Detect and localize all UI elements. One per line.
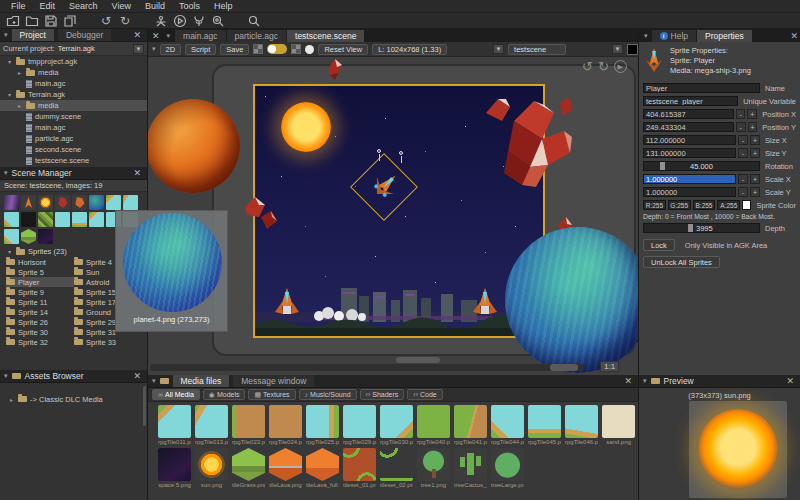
position-x-input[interactable]: 404.615387 xyxy=(643,109,734,119)
media-item[interactable]: rpgTile030.png xyxy=(380,405,413,445)
media-item[interactable]: rpgTile045.png xyxy=(528,405,561,445)
media-item[interactable]: rpgTile011.png xyxy=(158,405,191,445)
scene-image-thumb[interactable] xyxy=(4,195,19,210)
new-project-icon[interactable] xyxy=(6,14,20,28)
panel-menu-icon[interactable]: ▾ xyxy=(641,32,651,40)
chevron-down-icon[interactable]: ▼ xyxy=(493,44,504,54)
media-item[interactable]: rpgTile023.png xyxy=(232,405,265,445)
sprite-item[interactable]: Sprite 14 xyxy=(6,307,74,317)
tab-main-agc[interactable]: main.agc xyxy=(175,30,226,42)
media-item[interactable]: space 5.png xyxy=(158,448,191,488)
sprite-item[interactable]: Horisont xyxy=(6,257,74,267)
media-thumb[interactable] xyxy=(158,405,191,438)
media-item[interactable]: rpgTile013.png xyxy=(195,405,228,445)
filter-music-sound[interactable]: ♪Music/Sound xyxy=(299,389,357,400)
increment-button[interactable]: + xyxy=(750,135,760,145)
tab-properties[interactable]: Properties xyxy=(697,30,752,42)
scrollbar-thumb[interactable] xyxy=(550,364,578,371)
close-icon[interactable]: ✕ xyxy=(152,31,162,41)
grid-icon[interactable] xyxy=(253,44,263,54)
view-redo-icon[interactable]: ↻ xyxy=(598,59,609,74)
panel-menu-icon[interactable]: ▾ xyxy=(643,377,647,385)
background-color-swatch[interactable] xyxy=(627,44,638,55)
menu-view[interactable]: View xyxy=(105,1,138,11)
scene-image-thumb[interactable] xyxy=(4,229,19,244)
scene-image-thumb[interactable] xyxy=(38,212,53,227)
media-item[interactable]: rpgTile029.png xyxy=(343,405,376,445)
unlock-all-sprites-button[interactable]: UnLock All Sprites xyxy=(643,256,720,268)
sprite-color-swatch[interactable] xyxy=(742,200,751,210)
guide-dot-icon[interactable] xyxy=(305,45,314,54)
menu-build[interactable]: Build xyxy=(138,1,172,11)
scene-image-thumb[interactable] xyxy=(123,195,138,210)
scene-image-thumb[interactable] xyxy=(21,229,36,244)
filter-shaders[interactable]: ‹›Shaders xyxy=(360,389,405,400)
resolution-select[interactable]: L: 1024x768 (1.33) xyxy=(372,44,447,55)
panel-menu-icon[interactable]: ▾ xyxy=(4,169,8,177)
media-item[interactable]: tileGrass.png xyxy=(232,448,265,488)
tree-item[interactable]: ▾Terrain.agk xyxy=(0,89,147,100)
filter-code[interactable]: ‹›Code xyxy=(407,389,442,400)
broadcast-icon[interactable] xyxy=(154,14,168,28)
filter-all-media[interactable]: ∞All Media xyxy=(152,389,200,400)
only-visible-label[interactable]: Only Visible in AGK Area xyxy=(685,241,767,250)
media-item[interactable]: rpgTile041.png xyxy=(454,405,487,445)
media-thumb[interactable] xyxy=(269,448,302,481)
view-undo-icon[interactable]: ↺ xyxy=(582,59,593,74)
scene-image-thumb[interactable] xyxy=(72,195,87,210)
close-icon[interactable]: ✕ xyxy=(133,30,143,40)
panel-menu-icon[interactable]: ▾ xyxy=(4,372,8,380)
scene-image-thumb[interactable] xyxy=(4,212,19,227)
expand-icon[interactable]: ▸ xyxy=(8,396,15,403)
debug-icon[interactable] xyxy=(192,14,206,28)
media-thumb[interactable] xyxy=(269,405,302,438)
media-thumb[interactable] xyxy=(491,405,524,438)
asteroid-crystal-right[interactable] xyxy=(478,91,573,196)
rotate-handle[interactable] xyxy=(377,149,381,153)
panel-menu-icon[interactable]: ▾ xyxy=(163,32,175,40)
slider-knob[interactable] xyxy=(688,224,693,232)
tree-item[interactable]: particle.agc xyxy=(0,133,147,144)
scene-image-thumb[interactable] xyxy=(38,229,53,244)
save-icon[interactable] xyxy=(44,14,58,28)
menu-edit[interactable]: Edit xyxy=(33,1,63,11)
assets-item[interactable]: ▸ -> Classic DLC Media xyxy=(0,393,147,405)
orange-planet-sprite[interactable] xyxy=(148,99,240,193)
media-item[interactable]: rpgTile044.png xyxy=(491,405,524,445)
sprite-item[interactable]: Sprite 11 xyxy=(6,297,74,307)
media-thumb[interactable] xyxy=(417,448,450,481)
media-thumb[interactable] xyxy=(491,448,524,481)
media-thumb[interactable] xyxy=(565,405,598,438)
asteroid-cluster-left[interactable] xyxy=(241,193,279,231)
close-icon[interactable]: ✕ xyxy=(790,31,800,41)
tab-particle-agc[interactable]: particle.agc xyxy=(227,30,286,42)
panel-menu-icon[interactable]: ▾ xyxy=(152,45,156,53)
play-scene-icon[interactable]: ▶ xyxy=(614,60,627,73)
media-item[interactable]: rpgTile025.png xyxy=(306,405,339,445)
tree-item[interactable]: ▾tmpproject.agk xyxy=(0,56,147,67)
close-icon[interactable]: ✕ xyxy=(133,371,143,381)
scene-select[interactable]: testscene xyxy=(508,44,566,55)
tab-testscene-scene[interactable]: testscene.scene xyxy=(287,30,364,42)
scrollbar[interactable] xyxy=(143,386,146,426)
canvas-horizontal-scrollbar[interactable] xyxy=(150,364,584,371)
save-all-icon[interactable] xyxy=(63,14,77,28)
scene-image-thumb[interactable] xyxy=(21,195,36,210)
sprite-item[interactable]: Sprite 30 xyxy=(6,327,74,337)
filter-textures[interactable]: ▦Textures xyxy=(248,389,295,400)
increment-button[interactable]: + xyxy=(750,174,760,184)
rotate-handle[interactable] xyxy=(399,151,403,155)
unique-variable-input[interactable]: testscene_player xyxy=(643,96,738,106)
menu-search[interactable]: Search xyxy=(62,1,105,11)
tree-item[interactable]: main.agc xyxy=(0,122,147,133)
media-thumb[interactable] xyxy=(343,448,376,481)
tree-item-selected[interactable]: ▸media xyxy=(0,100,147,111)
size-y-input[interactable]: 131.000000 xyxy=(643,148,736,158)
media-thumb[interactable] xyxy=(454,448,487,481)
current-project-value[interactable]: Terrain.agk xyxy=(58,44,95,53)
run-icon[interactable] xyxy=(173,14,187,28)
media-item[interactable]: rpgTile046.png xyxy=(565,405,598,445)
scale-y-input[interactable]: 1.000000 xyxy=(643,187,736,197)
expand-icon[interactable]: ▸ xyxy=(16,69,23,76)
tree-item[interactable]: dummy.scene xyxy=(0,111,147,122)
